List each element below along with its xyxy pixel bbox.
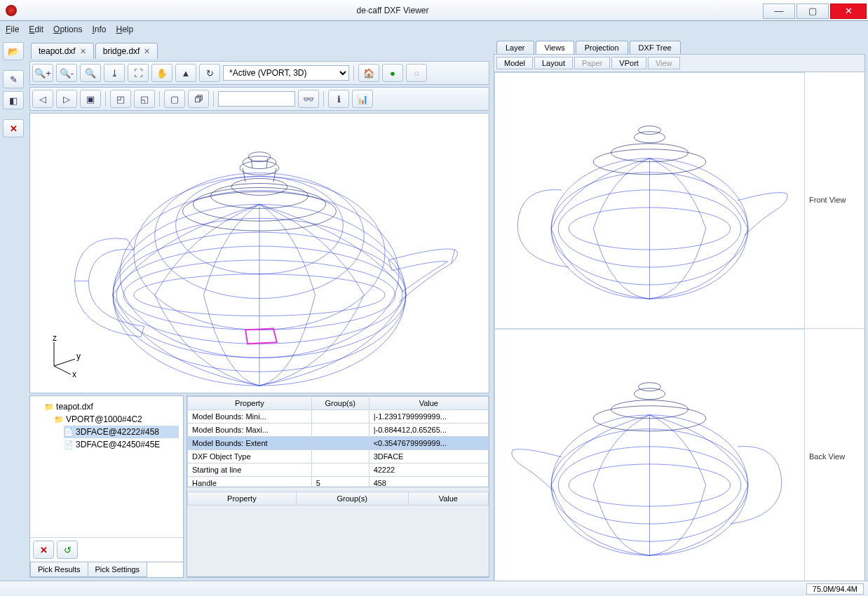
menubar: File Edit Options Info Help: [0, 21, 868, 38]
record-icon[interactable]: ●: [382, 64, 403, 82]
zoom-in-icon[interactable]: 🔍+: [32, 64, 53, 82]
memory-status: 75.0M/94.4M: [806, 583, 864, 595]
table-row[interactable]: Model Bounds: Extent<0.3547679999999...: [188, 437, 489, 450]
file-tab-bridge[interactable]: bridge.dxf ✕: [95, 43, 158, 59]
svg-text:x: x: [72, 370, 76, 377]
tree-item[interactable]: 3DFACE@42222#458: [64, 426, 179, 438]
subtab-layout[interactable]: Layout: [534, 57, 573, 69]
tab-layer[interactable]: Layer: [496, 41, 534, 54]
undo-icon[interactable]: ◁: [32, 90, 53, 108]
col-groups[interactable]: Group(s): [311, 397, 369, 410]
edit-toolbar: ◁ ▷ ▣ ◰ ◱ ▢ 🗇 👓 ℹ 📊: [29, 87, 489, 111]
delete-icon[interactable]: ✕: [3, 119, 24, 137]
file-tab-label: bridge.dxf: [103, 46, 140, 56]
home-icon[interactable]: 🏠: [358, 64, 379, 82]
subtab-view: View: [648, 57, 680, 69]
zoom-icon[interactable]: 🔍: [80, 64, 101, 82]
properties-panel: PropertyGroup(s)Value Model Bounds: Mini…: [187, 395, 489, 578]
fullscreen-icon[interactable]: ⛶: [128, 64, 149, 82]
file-tab-label: teapot.dxf: [39, 46, 76, 56]
menu-options[interactable]: Options: [53, 25, 82, 34]
table-row[interactable]: Starting at line42222: [188, 463, 489, 477]
subtab-model[interactable]: Model: [496, 57, 533, 69]
tree-vport[interactable]: VPORT@1000#4C2: [54, 413, 179, 426]
info-icon[interactable]: ℹ: [328, 90, 349, 108]
svg-point-41: [638, 382, 660, 391]
svg-point-40: [634, 388, 665, 399]
line-tool-icon[interactable]: ✎: [3, 70, 24, 88]
col-property[interactable]: Property: [188, 397, 312, 410]
pick-results-panel: teapot.dxf VPORT@1000#4C2 3DFACE@42222#4…: [29, 395, 184, 578]
col-value[interactable]: Value: [369, 397, 488, 410]
select-mode-icon[interactable]: ◰: [110, 90, 131, 108]
right-panel-tabs: Layer Views Projection DXF Tree: [494, 41, 865, 54]
redo-icon[interactable]: ▷: [56, 90, 77, 108]
svg-point-31: [634, 132, 665, 143]
refresh-results-icon[interactable]: ↺: [57, 541, 78, 559]
refresh-icon[interactable]: ↻: [199, 64, 220, 82]
menu-edit[interactable]: Edit: [29, 25, 43, 34]
box-icon[interactable]: 🗇: [188, 90, 209, 108]
svg-line-20: [54, 359, 75, 366]
titlebar: de·caff DXF Viewer — ▢ ✕: [0, 0, 868, 21]
close-tab-icon[interactable]: ✕: [144, 47, 150, 56]
back-view-label: Back View: [805, 329, 864, 585]
table-row[interactable]: DXF Object Type3DFACE: [188, 450, 489, 463]
window-title: de·caff DXF Viewer: [22, 6, 763, 15]
command-input[interactable]: [218, 91, 295, 107]
stats-icon[interactable]: 📊: [352, 90, 373, 108]
svg-line-22: [54, 366, 71, 374]
maximize-button[interactable]: ▢: [796, 4, 829, 19]
table-row[interactable]: Model Bounds: Maxi...|-0.884412,0.65265.…: [188, 424, 489, 437]
svg-point-14: [231, 179, 287, 196]
file-tab-teapot[interactable]: teapot.dxf ✕: [31, 43, 94, 59]
svg-text:z: z: [53, 335, 57, 343]
view-toolbar: 🔍+ 🔍- 🔍 ⤓ ⛶ ✋ ▲ ↻ *Active (VPORT, 3D) 🏠 …: [29, 61, 489, 85]
shape-tool-icon[interactable]: ◧: [3, 91, 24, 109]
close-button[interactable]: ✕: [830, 4, 867, 19]
zoom-out-icon[interactable]: 🔍-: [56, 64, 77, 82]
app-icon: [6, 5, 17, 16]
tab-views[interactable]: Views: [536, 41, 574, 54]
subtab-paper: Paper: [574, 57, 610, 69]
tab-dxf-tree[interactable]: DXF Tree: [630, 41, 681, 54]
svg-text:y: y: [76, 351, 81, 361]
properties-table: PropertyGroup(s)Value Model Bounds: Mini…: [187, 396, 489, 487]
tab-projection[interactable]: Projection: [576, 41, 628, 54]
tree-root[interactable]: teapot.dxf: [44, 400, 179, 413]
views-subtabs: Model Layout Paper VPort View: [494, 54, 865, 72]
subtab-vport[interactable]: VPort: [611, 57, 646, 69]
minimize-button[interactable]: —: [763, 4, 795, 19]
table-row[interactable]: Model Bounds: Mini...|-1.2391799999999..…: [188, 410, 489, 424]
front-view-thumbnail[interactable]: [494, 72, 805, 329]
front-view-label: Front View: [805, 72, 864, 329]
close-tab-icon[interactable]: ✕: [80, 47, 86, 56]
point-mode-icon[interactable]: ◱: [134, 90, 155, 108]
tab-pick-settings[interactable]: Pick Settings: [88, 562, 148, 577]
main-viewport[interactable]: z y x: [29, 113, 489, 393]
glasses-icon[interactable]: 👓: [298, 90, 319, 108]
tab-pick-results[interactable]: Pick Results: [30, 562, 88, 577]
down-icon[interactable]: ⤓: [104, 64, 125, 82]
window-icon[interactable]: ▢: [164, 90, 185, 108]
properties-table-secondary: PropertyGroup(s)Value: [187, 492, 489, 506]
open-folder-icon[interactable]: 📂: [3, 42, 24, 60]
menu-help[interactable]: Help: [116, 25, 133, 34]
circle-icon[interactable]: ○: [406, 64, 427, 82]
tree-item[interactable]: 3DFACE@42450#45E: [64, 438, 179, 451]
viewport-select[interactable]: *Active (VPORT, 3D): [223, 65, 349, 81]
grid-icon[interactable]: ▣: [80, 90, 101, 108]
svg-point-32: [638, 126, 660, 135]
orbit-icon[interactable]: ▲: [175, 64, 196, 82]
left-toolbar: 📂 ✎ ◧ ✕: [3, 41, 29, 578]
menu-file[interactable]: File: [6, 25, 19, 34]
file-tabs: teapot.dxf ✕ bridge.dxf ✕: [29, 41, 489, 59]
back-view-thumbnail[interactable]: [494, 329, 805, 585]
menu-info[interactable]: Info: [92, 25, 106, 34]
clear-results-icon[interactable]: ✕: [33, 541, 54, 559]
statusbar: 75.0M/94.4M: [0, 581, 868, 596]
pan-icon[interactable]: ✋: [151, 64, 172, 82]
table-row[interactable]: Handle5458: [188, 477, 489, 488]
axis-gizmo: z y x: [40, 335, 82, 377]
